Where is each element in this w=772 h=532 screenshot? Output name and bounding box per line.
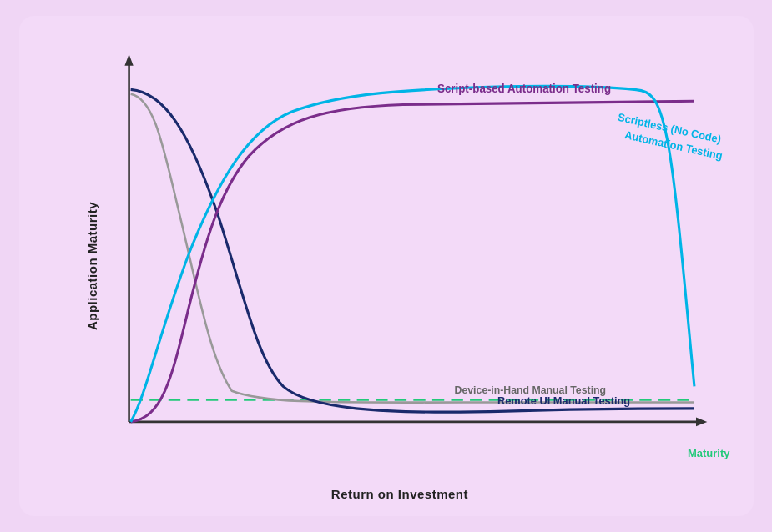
maturity-label: Maturity (688, 447, 730, 459)
y-axis-label: Application Maturity (84, 202, 98, 330)
svg-text:Device-in-Hand Manual Testing: Device-in-Hand Manual Testing (454, 384, 606, 396)
x-axis-label: Return on Investment (331, 487, 468, 501)
svg-marker-3 (696, 418, 707, 427)
chart-container: Application Maturity Return on Investmen… (19, 16, 754, 516)
svg-marker-1 (124, 54, 133, 66)
svg-text:Script-based Automation Testin: Script-based Automation Testing (437, 82, 611, 94)
chart-svg: Script-based Automation Testing Scriptle… (78, 41, 729, 466)
